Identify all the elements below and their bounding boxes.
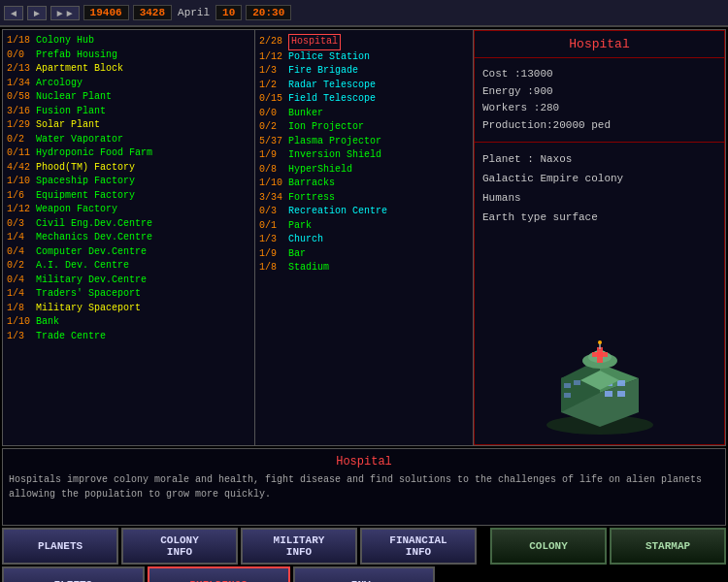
list-item[interactable]: 1/3Fire Brigade [259, 64, 469, 79]
mid-building-list: 2/28Hospital 1/12Police Station 1/3Fire … [255, 30, 474, 445]
prev-btn[interactable]: ◄ [4, 6, 23, 20]
month-label: April [176, 7, 212, 18]
day-val: 10 [215, 5, 242, 20]
svg-rect-15 [592, 352, 608, 357]
info-title: Hospital [9, 455, 719, 469]
list-item[interactable]: 4/42Phood(TM) Factory [7, 161, 250, 176]
race-name: Humans [482, 189, 716, 209]
top-bar: ◄ ► ►► 19406 3428 April 10 20:30 [0, 0, 728, 27]
detail-stats: Cost :13000 Energy :900 Workers :280 Pro… [475, 58, 724, 143]
list-item[interactable]: 1/18Colony Hub [7, 34, 250, 48]
svg-rect-10 [564, 393, 571, 398]
planet-name: Planet : Naxos [482, 150, 716, 170]
list-item[interactable]: 0/58Nuclear Plant [7, 90, 250, 105]
list-item[interactable]: 1/9Inversion Shield [259, 148, 469, 163]
list-item[interactable]: 1/3Trade Centre [7, 330, 250, 344]
list-item[interactable]: 0/11Hydroponic Food Farm [7, 146, 250, 161]
list-item[interactable]: 0/0Bunker [259, 107, 469, 121]
energy-stat: Energy :900 [482, 83, 716, 101]
planets-button[interactable]: PLANETS [2, 528, 118, 565]
list-item[interactable]: 1/3Church [259, 233, 469, 247]
list-item[interactable]: 5/37Plasma Projector [259, 135, 469, 149]
list-item[interactable]: 1/8Military Spaceport [7, 302, 250, 316]
svg-point-18 [598, 340, 602, 344]
detail-title: Hospital [475, 31, 724, 58]
list-item[interactable]: 1/6Equipment Factory [7, 189, 250, 204]
hospital-svg [532, 340, 668, 436]
svg-rect-6 [605, 391, 612, 397]
right-detail-panel: Hospital Cost :13000 Energy :900 Workers… [474, 30, 725, 445]
nav-row2: FLEETS BUILDINGS INV. [2, 566, 726, 582]
list-item[interactable]: 1/4Mechanics Dev.Centre [7, 231, 250, 245]
list-item[interactable]: 0/0Prefab Housing [7, 48, 250, 63]
list-item[interactable]: 0/1Park [259, 219, 469, 234]
planet-info: Planet : Naxos Galactic Empire colony Hu… [475, 143, 724, 332]
svg-rect-9 [574, 380, 580, 385]
list-item[interactable]: 0/2Water Vaporator [7, 133, 250, 147]
list-item[interactable]: 1/9Bar [259, 247, 469, 262]
military-info-button[interactable]: MILITARYINFO [241, 528, 357, 565]
list-item[interactable]: 1/10Barracks [259, 177, 469, 191]
list-item[interactable]: 0/3Recreation Centre [259, 205, 469, 219]
value2: 3428 [133, 5, 172, 20]
list-item[interactable]: 0/8HyperShield [259, 163, 469, 178]
left-building-list: 1/18Colony Hub 0/0Prefab Housing 2/13Apa… [3, 30, 255, 445]
list-item[interactable]: 2/13Apartment Block [7, 62, 250, 77]
list-item[interactable]: 0/3Civil Eng.Dev.Centre [7, 217, 250, 232]
colony-button[interactable]: COLONY [490, 528, 607, 565]
value1: 19406 [83, 5, 129, 20]
list-item[interactable]: 0/4Computer Dev.Centre [7, 245, 250, 260]
starmap-button[interactable]: STARMAP [610, 528, 726, 565]
workers-stat: Workers :280 [482, 100, 716, 117]
bottom-info-box: Hospital Hospitals improve colony morale… [2, 448, 726, 526]
time-val: 20:30 [246, 5, 291, 20]
surface-type: Earth type surface [482, 209, 716, 228]
list-item[interactable]: 1/12Police Station [259, 50, 469, 65]
list-item[interactable]: 1/12Weapon Factory [7, 203, 250, 217]
svg-rect-7 [617, 391, 625, 397]
list-item[interactable]: 1/10Bank [7, 315, 250, 330]
list-item[interactable]: 1/10Spaceship Factory [7, 175, 250, 189]
fast-btn[interactable]: ►► [50, 6, 80, 20]
list-item[interactable]: 0/15Field Telescope [259, 92, 469, 107]
list-item[interactable]: 1/8Stadium [259, 261, 469, 275]
buildings-button[interactable]: BUILDINGS [148, 566, 290, 582]
fleets-button[interactable]: FLEETS [2, 566, 145, 582]
list-item[interactable]: 1/34Arcology [7, 77, 250, 91]
nav-row1: PLANETS COLONYINFO MILITARYINFO FINANCIA… [2, 528, 726, 565]
list-item[interactable]: 3/34Fortress [259, 191, 469, 206]
list-item[interactable]: 2/28Hospital [259, 34, 469, 50]
colony-info-button[interactable]: COLONYINFO [121, 528, 238, 565]
list-item[interactable]: 1/29Solar Plant [7, 118, 250, 133]
cost-stat: Cost :13000 [482, 66, 716, 83]
info-description: Hospitals improve colony morale and heal… [9, 472, 719, 501]
colony-name: Galactic Empire colony [482, 170, 716, 189]
list-item[interactable]: 1/2Radar Telescope [259, 79, 469, 93]
svg-rect-8 [564, 383, 571, 388]
list-item[interactable]: 1/4Traders' Spaceport [7, 287, 250, 302]
list-item[interactable]: 0/2Ion Projector [259, 120, 469, 135]
financial-info-button[interactable]: FINANCIALINFO [360, 528, 477, 565]
building-image [475, 332, 724, 444]
svg-rect-5 [617, 380, 625, 386]
main-content: 1/18Colony Hub 0/0Prefab Housing 2/13Apa… [2, 29, 726, 446]
play-btn[interactable]: ► [27, 6, 47, 20]
inv-button[interactable]: INV. [293, 566, 436, 582]
list-item[interactable]: 0/2A.I. Dev. Centre [7, 259, 250, 274]
production-stat: Production:20000 ped [482, 117, 716, 135]
list-item[interactable]: 0/4Military Dev.Centre [7, 274, 250, 288]
list-item[interactable]: 3/16Fusion Plant [7, 105, 250, 119]
